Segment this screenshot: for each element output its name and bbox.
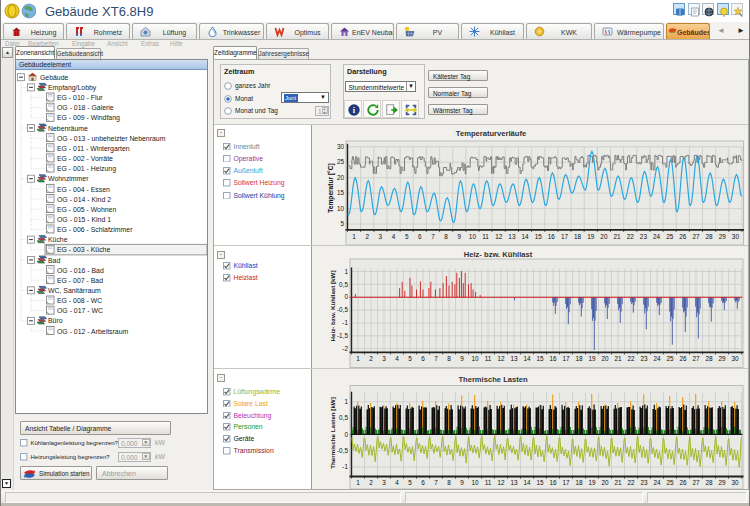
svg-text:EG - 004 - Essen: EG - 004 - Essen — [57, 185, 110, 192]
svg-text:11: 11 — [485, 355, 492, 362]
svg-text:20: 20 — [337, 174, 345, 181]
svg-text:17: 17 — [561, 233, 569, 240]
svg-text:14: 14 — [521, 233, 529, 240]
svg-text:5: 5 — [408, 479, 412, 486]
svg-text:12: 12 — [497, 479, 505, 486]
svg-text:7: 7 — [431, 233, 435, 240]
svg-text:10: 10 — [471, 355, 479, 362]
svg-text:2: 2 — [369, 355, 373, 362]
svg-text:23: 23 — [640, 233, 648, 240]
svg-text:EG - 002 - Vorräte: EG - 002 - Vorräte — [57, 155, 113, 162]
svg-text:Thermische Lasten [kW]: Thermische Lasten [kW] — [329, 397, 336, 469]
svg-text:17: 17 — [562, 355, 570, 362]
svg-text:12: 12 — [495, 233, 503, 240]
svg-text:5: 5 — [405, 233, 409, 240]
svg-text:EG - 003 - Küche: EG - 003 - Küche — [57, 246, 110, 253]
svg-text:7: 7 — [434, 479, 438, 486]
svg-text:12: 12 — [497, 355, 505, 362]
svg-text:2: 2 — [365, 233, 369, 240]
svg-text:30: 30 — [731, 479, 739, 486]
svg-text:6: 6 — [418, 233, 422, 240]
svg-text:7: 7 — [434, 355, 438, 362]
svg-text:0,5: 0,5 — [339, 281, 348, 288]
svg-text:1: 1 — [344, 268, 348, 275]
svg-text:11: 11 — [482, 233, 489, 240]
svg-text:3: 3 — [382, 479, 386, 486]
svg-text:19: 19 — [588, 479, 596, 486]
svg-text:27: 27 — [692, 479, 700, 486]
svg-text:23: 23 — [640, 479, 648, 486]
svg-text:23: 23 — [640, 355, 648, 362]
svg-text:26: 26 — [679, 233, 687, 240]
svg-text:18: 18 — [575, 479, 583, 486]
svg-text:22: 22 — [627, 355, 635, 362]
svg-text:1: 1 — [356, 479, 360, 486]
svg-text:-0,5: -0,5 — [337, 447, 348, 454]
svg-text:OG - 018 - Galerie: OG - 018 - Galerie — [57, 104, 114, 111]
svg-text:-1: -1 — [342, 463, 348, 470]
svg-text:13: 13 — [510, 479, 518, 486]
svg-text:Empfang/Lobby: Empfang/Lobby — [48, 84, 97, 92]
svg-text:16: 16 — [549, 355, 557, 362]
svg-text:18: 18 — [575, 355, 583, 362]
svg-text:Wohnzimmer: Wohnzimmer — [48, 175, 89, 182]
svg-text:28: 28 — [705, 355, 713, 362]
svg-text:20: 20 — [601, 355, 609, 362]
svg-text:9: 9 — [458, 233, 462, 240]
svg-text:EG - 007 - Bad: EG - 007 - Bad — [57, 276, 103, 283]
svg-text:Temperatur [°C]: Temperatur [°C] — [327, 163, 335, 212]
svg-text:Temperaturverläufe: Temperaturverläufe — [456, 129, 526, 138]
svg-text:-1: -1 — [342, 319, 348, 326]
svg-text:Büro: Büro — [48, 317, 63, 324]
svg-text:WC, Sanitärraum: WC, Sanitärraum — [48, 286, 101, 293]
svg-text:OG - 015 - Kind 1: OG - 015 - Kind 1 — [57, 215, 111, 222]
svg-text:5: 5 — [340, 220, 344, 227]
svg-text:Heiz- bzw. Kühllast: Heiz- bzw. Kühllast — [464, 250, 533, 259]
svg-text:OG - 016 - Bad: OG - 016 - Bad — [57, 266, 104, 273]
svg-text:0: 0 — [344, 293, 348, 300]
svg-text:3: 3 — [379, 233, 383, 240]
svg-text:-2: -2 — [342, 345, 348, 352]
svg-text:6: 6 — [421, 355, 425, 362]
svg-text:Thermische Lasten: Thermische Lasten — [458, 375, 528, 384]
svg-text:-0,5: -0,5 — [337, 306, 348, 313]
svg-text:-1,5: -1,5 — [337, 332, 348, 339]
svg-text:15: 15 — [536, 355, 544, 362]
svg-text:20: 20 — [600, 233, 608, 240]
svg-text:4: 4 — [395, 355, 399, 362]
svg-text:15: 15 — [337, 189, 345, 196]
svg-text:4: 4 — [395, 479, 399, 486]
svg-text:14: 14 — [523, 355, 531, 362]
svg-text:21: 21 — [614, 479, 622, 486]
svg-text:28: 28 — [706, 233, 714, 240]
svg-text:5: 5 — [408, 355, 412, 362]
svg-text:13: 13 — [508, 233, 516, 240]
svg-text:10: 10 — [471, 479, 479, 486]
svg-text:3: 3 — [382, 355, 386, 362]
svg-text:9: 9 — [460, 479, 464, 486]
svg-text:1: 1 — [356, 355, 360, 362]
svg-text:8: 8 — [447, 355, 451, 362]
svg-text:25: 25 — [666, 355, 674, 362]
svg-text:EG - 011 - Wintergarten: EG - 011 - Wintergarten — [57, 144, 130, 152]
svg-text:15: 15 — [536, 479, 544, 486]
svg-text:25: 25 — [337, 158, 345, 165]
svg-text:27: 27 — [692, 233, 700, 240]
svg-text:29: 29 — [718, 479, 726, 486]
svg-text:24: 24 — [653, 479, 661, 486]
svg-text:9: 9 — [460, 355, 464, 362]
svg-text:EG - 008 - WC: EG - 008 - WC — [57, 297, 102, 304]
svg-text:EG - 006 - Schlafzimmer: EG - 006 - Schlafzimmer — [57, 226, 133, 233]
svg-text:25: 25 — [666, 479, 674, 486]
svg-text:29: 29 — [718, 355, 726, 362]
svg-text:26: 26 — [679, 355, 687, 362]
svg-text:24: 24 — [653, 233, 661, 240]
svg-text:10: 10 — [469, 233, 477, 240]
svg-text:16: 16 — [549, 479, 557, 486]
svg-text:14: 14 — [523, 479, 531, 486]
svg-text:Nebenräume: Nebenräume — [48, 124, 88, 131]
svg-text:6: 6 — [421, 479, 425, 486]
svg-text:EG - 001 - Heizung: EG - 001 - Heizung — [57, 165, 116, 173]
svg-text:8: 8 — [444, 233, 448, 240]
svg-text:Heiz- bzw. Kühllast [kW]: Heiz- bzw. Kühllast [kW] — [329, 271, 336, 342]
